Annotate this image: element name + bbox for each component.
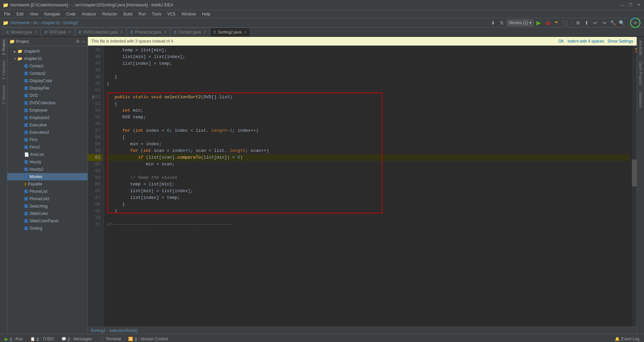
run-with-coverage-button[interactable]: ☂ bbox=[552, 19, 560, 26]
tree-item-employee2[interactable]: C Employee2 bbox=[7, 114, 88, 121]
breadcrumb-sorting2[interactable]: Sorting2 bbox=[63, 20, 78, 25]
panel-tab-ant-build[interactable]: Ant Build bbox=[638, 37, 644, 58]
panel-tab-open-projects[interactable]: Open Projects bbox=[638, 58, 644, 89]
tree-item-contact[interactable]: C Contact bbox=[7, 62, 88, 70]
breadcrumb-bottom-sorting2[interactable]: Sorting2 bbox=[91, 328, 106, 333]
tab-contact-java[interactable]: C Contact.java ✕ bbox=[170, 27, 210, 36]
breadcrumb-chapter10[interactable]: chapter10 bbox=[42, 20, 59, 25]
tree-item-slidecolorpanel[interactable]: C SlideColorPanel bbox=[7, 217, 88, 225]
undo-button[interactable]: ↩ bbox=[592, 19, 599, 26]
folder-open-icon: 📂 bbox=[17, 56, 22, 61]
tool-messages[interactable]: 💬 0 : Messages bbox=[58, 336, 95, 342]
close-tab-icon[interactable]: ✕ bbox=[244, 30, 247, 34]
close-tab-icon[interactable]: ✕ bbox=[120, 30, 123, 34]
tab-movies-java[interactable]: C Movies.java ✕ bbox=[3, 27, 41, 36]
maximize-button[interactable]: ❐ bbox=[628, 2, 633, 8]
close-tab-icon[interactable]: ✕ bbox=[203, 30, 206, 34]
panel-tab-database[interactable]: Database bbox=[638, 89, 644, 111]
breadcrumb-bottom-selectionsort2[interactable]: selectionSort2() bbox=[110, 328, 138, 333]
debug-button[interactable]: 🐞 bbox=[544, 19, 551, 26]
tool-terminal[interactable]: ⬛ Terminal bbox=[96, 336, 124, 342]
update-project-button[interactable]: ⬆ bbox=[583, 19, 590, 26]
tree-item-phonelist2[interactable]: C PhoneList2 bbox=[7, 195, 88, 203]
close-tab-icon[interactable]: ✕ bbox=[34, 30, 37, 34]
notification-indent-button[interactable]: Indent with 4 spaces bbox=[568, 39, 604, 44]
tree-label: Employee bbox=[30, 108, 47, 113]
tree-item-contact2[interactable]: C Contact2 bbox=[7, 70, 88, 77]
menu-window[interactable]: Window bbox=[179, 11, 199, 17]
tree-item-hourly[interactable]: C Hourly bbox=[7, 158, 88, 166]
add-configuration-button[interactable]: ⚙ bbox=[574, 19, 582, 26]
search-everywhere-button[interactable]: 🔍 bbox=[618, 19, 625, 26]
panel-settings-button[interactable]: ⚙ bbox=[76, 39, 80, 44]
menu-code[interactable]: Code bbox=[63, 11, 78, 17]
run-config-dropdown[interactable]: Movies (1) ▾ bbox=[507, 19, 534, 26]
tree-label: chapter10 bbox=[24, 56, 42, 61]
tree-item-chapter10[interactable]: ▼ 📂 chapter10 bbox=[7, 55, 88, 62]
code-content[interactable]: temp = list[min]; list[min] = list[index… bbox=[104, 46, 632, 327]
tab-dvd-java[interactable]: C DVD.java ✕ bbox=[41, 27, 75, 36]
tree-item-displaycolor[interactable]: C DisplayColor bbox=[7, 77, 88, 84]
menu-analyze[interactable]: Analyze bbox=[79, 11, 99, 17]
close-tab-icon[interactable]: ✕ bbox=[164, 30, 166, 34]
menu-help[interactable]: Help bbox=[199, 11, 213, 17]
project-panel-title: Project bbox=[16, 39, 74, 44]
tree-item-dvdcollection[interactable]: C DVDCollection bbox=[7, 99, 88, 107]
tree-item-dvd[interactable]: C DVD bbox=[7, 92, 88, 99]
menu-file[interactable]: File bbox=[1, 11, 13, 17]
tree-item-phonelist[interactable]: C PhoneList bbox=[7, 188, 88, 195]
breadcrumb-src[interactable]: src bbox=[33, 20, 38, 25]
tree-item-payable[interactable]: I Payable bbox=[7, 180, 88, 188]
tab-dvdcollection-java[interactable]: C DVDCollection.java ✕ bbox=[75, 27, 126, 36]
menu-view[interactable]: View bbox=[27, 11, 41, 17]
tab-sorting2-java[interactable]: C Sorting2.java ✕ bbox=[210, 27, 250, 36]
sort-button[interactable]: ⇅ bbox=[498, 19, 505, 26]
menu-run[interactable]: Run bbox=[136, 11, 149, 17]
scrollbar-thumb[interactable] bbox=[632, 160, 637, 186]
stop-button[interactable]: ⬛ bbox=[561, 19, 569, 26]
tree-item-movies[interactable]: C Movies bbox=[7, 173, 88, 180]
tree-item-executive[interactable]: C Executive bbox=[7, 121, 88, 129]
notification-message: This file is indented with 3 spaces inst… bbox=[91, 39, 173, 44]
tree-item-searching[interactable]: C Searching bbox=[7, 203, 88, 210]
download-button[interactable]: ⬇ bbox=[489, 19, 497, 26]
run-button[interactable]: ▶ bbox=[535, 19, 542, 26]
menu-edit[interactable]: Edit bbox=[14, 11, 26, 17]
menu-refactor[interactable]: Refactor bbox=[100, 11, 120, 17]
code-editor[interactable]: 45 46 47 48 49 50 51 @52 53 54 55 56 57 … bbox=[88, 46, 637, 327]
tab-phonelist-java[interactable]: C PhoneList.java ✕ bbox=[127, 27, 170, 36]
breadcrumb-homework[interactable]: Homework bbox=[10, 20, 30, 25]
close-button[interactable]: ✕ bbox=[636, 2, 641, 8]
tree-item-employee[interactable]: C Employee bbox=[7, 107, 88, 114]
menu-build[interactable]: Build bbox=[121, 11, 135, 17]
tool-run[interactable]: ▶ 4 : Run bbox=[1, 336, 26, 342]
panel-tab-project[interactable]: 1: Project bbox=[0, 37, 7, 58]
close-tab-icon[interactable]: ✕ bbox=[68, 30, 71, 34]
code-line-65: temp = list[min]; bbox=[107, 181, 629, 188]
menu-navigate[interactable]: Navigate bbox=[42, 11, 63, 17]
build-project-button[interactable]: 🔨 bbox=[609, 19, 616, 26]
menu-tools[interactable]: Tools bbox=[149, 11, 164, 17]
redo-button[interactable]: ↪ bbox=[600, 19, 608, 26]
panel-tab-favorites[interactable]: 2: Favorites bbox=[0, 58, 7, 82]
tree-item-hourly2[interactable]: C Hourly2 bbox=[7, 166, 88, 173]
panel-collapse-button[interactable]: — bbox=[81, 39, 86, 44]
tree-item-slidecolor[interactable]: C SlideColor bbox=[7, 210, 88, 217]
tree-item-sorting[interactable]: C Sorting bbox=[7, 225, 88, 232]
tree-item-firm[interactable]: C Firm bbox=[7, 136, 88, 144]
tool-todo[interactable]: 📋 6 : TODO bbox=[27, 336, 57, 342]
tool-event-log[interactable]: 🔔 Event Log bbox=[611, 336, 643, 342]
panel-tab-structure[interactable]: Z: Structure bbox=[0, 82, 7, 107]
tree-item-executive2[interactable]: C Executive2 bbox=[7, 129, 88, 136]
tree-item-displayfile[interactable]: C DisplayFile bbox=[7, 84, 88, 92]
notification-ok-button[interactable]: OK bbox=[558, 39, 564, 44]
tree-item-firm2[interactable]: C Firm2 bbox=[7, 144, 88, 151]
tool-version-control[interactable]: 🔀 9 : Version Control bbox=[125, 336, 171, 342]
line-num-68: 68 bbox=[88, 201, 102, 208]
tree-item-chapter9[interactable]: ▶ 📁 chapter9 bbox=[7, 48, 88, 55]
minimize-button[interactable]: — bbox=[620, 2, 625, 8]
notification-settings-button[interactable]: Show Settings bbox=[607, 39, 633, 44]
project-tree[interactable]: ▶ 📁 chapter9 ▼ 📂 chapter10 C Contact bbox=[7, 46, 88, 334]
tree-item-frost-txt[interactable]: 📄 frost.txt bbox=[7, 151, 88, 158]
menu-vcs[interactable]: VCS bbox=[165, 11, 178, 17]
